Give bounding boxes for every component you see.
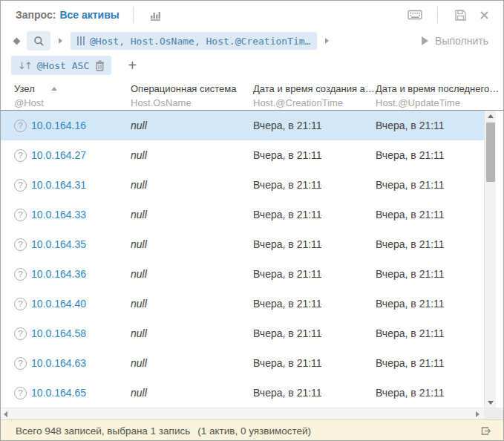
updated-value: Вчера, в 21:11 bbox=[376, 179, 484, 191]
host-link[interactable]: 10.0.164.40 bbox=[31, 298, 86, 310]
column-field: Host.OsName bbox=[131, 97, 253, 108]
vertical-scrollbar-thumb[interactable] bbox=[486, 122, 495, 182]
host-link[interactable]: 10.0.164.63 bbox=[31, 357, 86, 369]
updated-value: Вчера, в 21:11 bbox=[376, 387, 484, 399]
column-field: Host.@CreationTime bbox=[253, 97, 376, 108]
table-row[interactable]: ? 10.0.164.16 null Вчера, в 21:11 Вчера,… bbox=[1, 111, 484, 140]
updated-value: Вчера, в 21:11 bbox=[376, 327, 484, 339]
table-row[interactable]: ? 10.0.164.31 null Вчера, в 21:11 Вчера,… bbox=[1, 170, 484, 200]
keyboard-icon[interactable] bbox=[406, 6, 424, 24]
question-circle-icon: ? bbox=[14, 209, 27, 221]
status-bar: Всего 948 записей, выбрана 1 запись (1 а… bbox=[1, 419, 503, 441]
export-icon[interactable] bbox=[477, 422, 494, 440]
query-toolbar: @Host, Host.OsName, Host.@CreationTim… В… bbox=[1, 29, 503, 53]
host-link[interactable]: 10.0.164.16 bbox=[31, 120, 86, 131]
column-field: Host.@UpdateTime bbox=[376, 97, 503, 108]
table-row[interactable]: ? 10.0.164.65 null Вчера, в 21:11 Вчера,… bbox=[1, 378, 484, 408]
scroll-left-icon[interactable] bbox=[4, 411, 7, 417]
os-value: null bbox=[131, 209, 253, 220]
column-header-created[interactable]: Дата и время создания а… Host.@CreationT… bbox=[253, 83, 376, 110]
created-value: Вчера, в 21:11 bbox=[253, 298, 376, 310]
question-circle-icon: ? bbox=[14, 268, 27, 281]
host-link[interactable]: 10.0.164.58 bbox=[31, 327, 86, 339]
save-icon[interactable] bbox=[451, 6, 469, 24]
divider bbox=[133, 7, 134, 23]
sort-chip[interactable]: ↓↑ @Host ASC bbox=[11, 56, 111, 75]
query-name[interactable]: Все активы bbox=[59, 9, 119, 21]
diamond-icon[interactable] bbox=[13, 37, 21, 45]
table-row[interactable]: ? 10.0.164.33 null Вчера, в 21:11 Вчера,… bbox=[1, 200, 484, 229]
question-circle-icon: ? bbox=[14, 120, 27, 132]
os-value: null bbox=[131, 149, 253, 161]
search-icon bbox=[33, 36, 45, 47]
scroll-right-icon[interactable] bbox=[476, 411, 480, 417]
right-gutter bbox=[496, 111, 503, 408]
host-link[interactable]: 10.0.164.33 bbox=[31, 209, 86, 220]
created-value: Вчера, в 21:11 bbox=[253, 327, 376, 339]
question-circle-icon: ? bbox=[14, 298, 27, 310]
table-row[interactable]: ? 10.0.164.36 null Вчера, в 21:11 Вчера,… bbox=[1, 259, 484, 289]
sort-updown-icon: ↓↑ bbox=[18, 60, 31, 71]
updated-value: Вчера, в 21:11 bbox=[376, 209, 484, 220]
scrollbar-corner bbox=[484, 408, 503, 419]
os-value: null bbox=[131, 268, 253, 280]
table-row[interactable]: ? 10.0.164.27 null Вчера, в 21:11 Вчера,… bbox=[1, 140, 484, 170]
os-value: null bbox=[131, 387, 253, 399]
table-row[interactable]: ? 10.0.164.58 null Вчера, в 21:11 Вчера,… bbox=[1, 318, 484, 348]
run-button-label: Выполнить bbox=[435, 35, 488, 47]
updated-value: Вчера, в 21:11 bbox=[376, 149, 484, 161]
scroll-up-icon[interactable] bbox=[485, 111, 496, 121]
sort-toolbar: ↓↑ @Host ASC + bbox=[1, 53, 503, 78]
query-window: Запрос: Все активы bbox=[0, 0, 504, 441]
horizontal-scrollbar[interactable] bbox=[1, 408, 503, 419]
created-value: Вчера, в 21:11 bbox=[253, 179, 376, 191]
question-circle-icon: ? bbox=[14, 387, 27, 399]
scroll-down-icon[interactable] bbox=[485, 397, 496, 408]
table-row[interactable]: ? 10.0.164.63 null Вчера, в 21:11 Вчера,… bbox=[1, 348, 484, 378]
add-sort-button[interactable]: + bbox=[123, 56, 141, 74]
play-icon bbox=[422, 36, 428, 45]
drag-handle-icon[interactable] bbox=[77, 36, 85, 45]
created-value: Вчера, в 21:11 bbox=[253, 357, 376, 369]
bar-chart-icon[interactable] bbox=[147, 6, 165, 24]
host-link[interactable]: 10.0.164.31 bbox=[31, 179, 86, 191]
updated-value: Вчера, в 21:11 bbox=[376, 238, 484, 250]
created-value: Вчера, в 21:11 bbox=[253, 387, 376, 399]
query-fields-chip[interactable]: @Host, Host.OsName, Host.@CreationTim… bbox=[71, 32, 317, 50]
column-title: Дата и время создания а… bbox=[253, 83, 375, 94]
run-button[interactable]: Выполнить bbox=[422, 35, 488, 47]
created-value: Вчера, в 21:11 bbox=[253, 209, 376, 220]
column-title: Операционная система bbox=[131, 83, 237, 94]
host-link[interactable]: 10.0.164.27 bbox=[31, 149, 86, 161]
chevron-right-icon[interactable] bbox=[325, 38, 329, 44]
created-value: Вчера, в 21:11 bbox=[253, 149, 376, 161]
os-value: null bbox=[131, 120, 253, 131]
question-circle-icon: ? bbox=[14, 327, 27, 340]
search-button[interactable] bbox=[27, 31, 50, 50]
table-row[interactable]: ? 10.0.164.35 null Вчера, в 21:11 Вчера,… bbox=[1, 229, 484, 259]
updated-value: Вчера, в 21:11 bbox=[376, 298, 484, 310]
updated-value: Вчера, в 21:11 bbox=[376, 357, 484, 369]
vertical-scrollbar[interactable] bbox=[484, 111, 496, 408]
question-circle-icon: ? bbox=[14, 149, 27, 162]
table-row[interactable]: ? 10.0.164.40 null Вчера, в 21:11 Вчера,… bbox=[1, 289, 484, 318]
created-value: Вчера, в 21:11 bbox=[253, 238, 376, 250]
host-link[interactable]: 10.0.164.35 bbox=[31, 238, 86, 250]
host-link[interactable]: 10.0.164.36 bbox=[31, 268, 86, 280]
title-bar: Запрос: Все активы bbox=[1, 1, 503, 29]
column-header-os[interactable]: Операционная система Host.OsName bbox=[131, 83, 253, 110]
query-label: Запрос: bbox=[16, 9, 56, 21]
chevron-right-icon[interactable] bbox=[59, 38, 62, 44]
updated-value: Вчера, в 21:11 bbox=[376, 120, 484, 131]
column-header-updated[interactable]: Дата и время последнего… Host.@UpdateTim… bbox=[376, 83, 503, 110]
column-header-host[interactable]: Узел @Host bbox=[14, 83, 131, 110]
close-icon[interactable] bbox=[475, 6, 493, 24]
trash-icon[interactable] bbox=[95, 60, 105, 71]
column-title: Узел bbox=[14, 83, 35, 94]
selection-detail: (1 актив, 0 уязвимостей) bbox=[197, 425, 311, 437]
os-value: null bbox=[131, 357, 253, 369]
question-circle-icon: ? bbox=[14, 357, 27, 370]
table-body-area: ? 10.0.164.16 null Вчера, в 21:11 Вчера,… bbox=[1, 111, 503, 408]
host-link[interactable]: 10.0.164.65 bbox=[31, 387, 86, 399]
question-circle-icon: ? bbox=[14, 238, 27, 251]
